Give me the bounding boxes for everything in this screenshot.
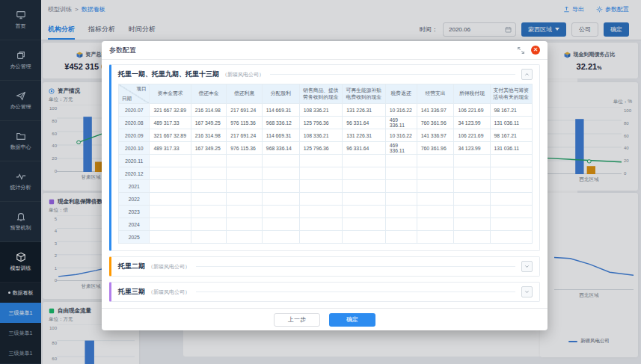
param-cell[interactable]: 217 691.24 [227, 129, 263, 142]
param-cell[interactable] [385, 155, 417, 167]
param-cell[interactable] [299, 167, 343, 180]
param-cell[interactable]: 108 336.21 [299, 104, 343, 117]
param-cell[interactable] [227, 167, 263, 180]
param-cell[interactable]: 96 331.64 [343, 142, 386, 155]
param-cell[interactable] [150, 231, 191, 244]
param-cell[interactable] [454, 155, 490, 167]
param-cell[interactable] [227, 206, 263, 218]
param-cell[interactable]: 321 667 32.89 [150, 104, 191, 117]
param-cell[interactable] [490, 206, 532, 218]
param-cell[interactable]: 96 331.64 [343, 117, 386, 129]
param-cell[interactable] [490, 193, 532, 206]
param-cell[interactable] [343, 180, 386, 193]
param-cell[interactable] [262, 155, 299, 167]
param-cell[interactable]: 34 123.99 [454, 117, 490, 129]
param-cell[interactable] [343, 231, 386, 244]
param-cell[interactable] [454, 167, 490, 180]
param-cell[interactable] [191, 231, 227, 244]
param-cell[interactable]: 10 316.22 [385, 129, 417, 142]
param-cell[interactable] [454, 231, 490, 244]
param-cell[interactable] [191, 155, 227, 167]
section-header[interactable]: 托里一期、托里九期、托里十三期 （新疆风电公司） [111, 65, 539, 84]
param-cell[interactable] [191, 193, 227, 206]
param-cell[interactable] [262, 193, 299, 206]
section-header[interactable]: 托里三期 （新疆风电公司） [111, 283, 539, 301]
param-cell[interactable] [385, 231, 417, 244]
param-cell[interactable]: 131 036.11 [490, 117, 532, 129]
param-cell[interactable] [299, 180, 343, 193]
param-cell[interactable] [343, 155, 386, 167]
param-cell[interactable]: 321 667 32.89 [150, 129, 191, 142]
param-cell[interactable] [227, 231, 263, 244]
param-cell[interactable] [299, 155, 343, 167]
param-cell[interactable] [191, 218, 227, 231]
param-cell[interactable] [299, 218, 343, 231]
param-cell[interactable] [343, 167, 386, 180]
param-cell[interactable]: 125 796.36 [299, 142, 343, 155]
param-cell[interactable]: 760 361.96 [417, 117, 454, 129]
param-cell[interactable] [262, 180, 299, 193]
param-cell[interactable]: 489 317.33 [150, 142, 191, 155]
param-cell[interactable]: 34 123.99 [454, 142, 490, 155]
param-cell[interactable]: 10 316.22 [385, 104, 417, 117]
param-cell[interactable]: 141 336.97 [417, 129, 454, 142]
param-cell[interactable]: 131 036.11 [490, 142, 532, 155]
param-cell[interactable]: 131 226.31 [343, 129, 386, 142]
param-cell[interactable] [343, 218, 386, 231]
param-cell[interactable] [150, 218, 191, 231]
param-cell[interactable]: 114 669.31 [262, 104, 299, 117]
param-cell[interactable] [417, 218, 454, 231]
param-cell[interactable] [299, 193, 343, 206]
param-cell[interactable] [490, 218, 532, 231]
param-cell[interactable] [417, 180, 454, 193]
param-cell[interactable] [490, 180, 532, 193]
param-cell[interactable] [385, 206, 417, 218]
param-cell[interactable]: 108 336.21 [299, 129, 343, 142]
param-cell[interactable] [417, 155, 454, 167]
param-cell[interactable] [417, 231, 454, 244]
expand-button[interactable] [521, 261, 533, 272]
param-cell[interactable]: 976 115.36 [227, 142, 263, 155]
param-cell[interactable] [343, 206, 386, 218]
param-cell[interactable] [150, 155, 191, 167]
param-cell[interactable] [385, 167, 417, 180]
param-cell[interactable] [191, 206, 227, 218]
param-cell[interactable]: 968 336.12 [262, 117, 299, 129]
close-icon[interactable]: ✕ [531, 46, 540, 55]
param-cell[interactable] [262, 231, 299, 244]
param-cell[interactable] [417, 206, 454, 218]
param-cell[interactable] [150, 180, 191, 193]
collapse-button[interactable] [521, 69, 533, 80]
param-cell[interactable] [343, 193, 386, 206]
param-cell[interactable] [227, 180, 263, 193]
param-cell[interactable]: 106 221.69 [454, 129, 490, 142]
param-cell[interactable]: 167 349.25 [191, 117, 227, 129]
param-cell[interactable] [490, 231, 532, 244]
param-cell[interactable] [454, 180, 490, 193]
section-header[interactable]: 托里二期 （新疆风电公司） [111, 257, 539, 276]
param-cell[interactable]: 141 336.97 [417, 104, 454, 117]
param-cell[interactable]: 217 691.24 [227, 104, 263, 117]
param-cell[interactable]: 489 317.33 [150, 117, 191, 129]
param-cell[interactable]: 98 167.21 [490, 129, 532, 142]
param-cell[interactable]: 98 167.21 [490, 104, 532, 117]
param-cell[interactable]: 976 115.36 [227, 117, 263, 129]
param-cell[interactable] [191, 167, 227, 180]
param-cell[interactable] [490, 167, 532, 180]
param-cell[interactable] [454, 218, 490, 231]
param-cell[interactable] [227, 218, 263, 231]
param-cell[interactable] [299, 231, 343, 244]
maximize-icon[interactable] [517, 46, 525, 55]
param-cell[interactable] [191, 180, 227, 193]
param-cell[interactable]: 114 669.31 [262, 129, 299, 142]
param-cell[interactable]: 125 796.36 [299, 117, 343, 129]
param-cell[interactable]: 968 336.14 [262, 142, 299, 155]
param-cell[interactable] [227, 155, 263, 167]
param-cell[interactable]: 167 349.25 [191, 142, 227, 155]
param-cell[interactable] [385, 218, 417, 231]
param-cell[interactable] [262, 167, 299, 180]
param-cell[interactable] [454, 193, 490, 206]
param-cell[interactable] [454, 206, 490, 218]
previous-step-button[interactable]: 上一步 [274, 313, 320, 327]
param-cell[interactable]: 216 314.98 [191, 129, 227, 142]
